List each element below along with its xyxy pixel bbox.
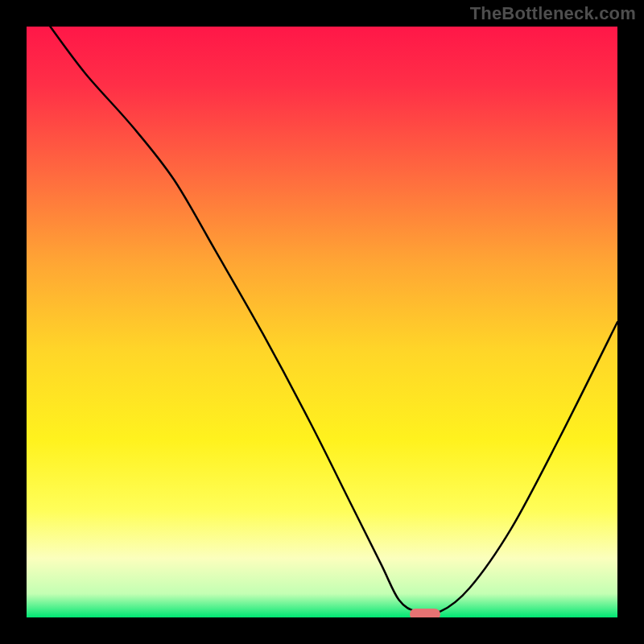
gradient-background [27,27,617,617]
plot-area [27,27,617,617]
chart-frame: TheBottleneck.com [0,0,644,644]
optimal-marker [410,609,440,617]
watermark-text: TheBottleneck.com [470,3,636,24]
plot-svg [27,27,617,617]
